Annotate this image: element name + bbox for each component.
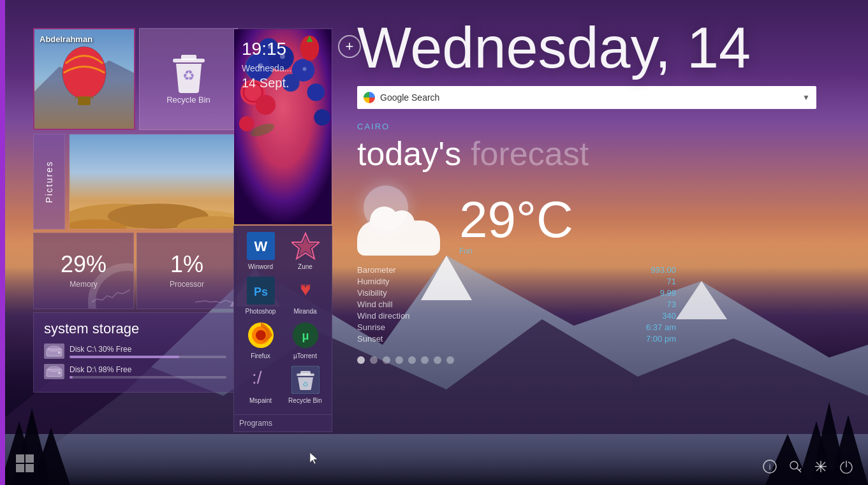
fruit-image-tile: 19:15 Wednesda... 14 Sept. [233,28,332,226]
programs-recycle-icon-wrap: ♻ [290,365,321,395]
svg-text:♻: ♻ [182,68,195,83]
disk-c-item: Disk C:\ 30% Free [44,344,226,359]
processor-chart [195,286,233,305]
miranda-icon: ♥ ♥♥ [291,277,320,305]
dot-6[interactable] [421,356,429,364]
disk-d-bar-fill [70,376,73,379]
pictures-tile[interactable]: Pictures [33,134,65,229]
winword-label: Winword [248,263,273,270]
programs-recycle-label: Recycle Bin [288,397,322,404]
utorrent-icon-wrap: μ [290,320,321,351]
disk-c-bar-fill [70,356,179,358]
program-mspaint[interactable]: :/ Mspaint [240,365,281,404]
weather-main-row: 29°C Fun [357,185,849,256]
weather-forecast: forecast [471,134,589,173]
firefox-icon [247,321,275,349]
datetime-overlay: 19:15 Wednesda... 14 Sept. [234,29,332,225]
svg-text::/: :/ [252,368,262,387]
disk-c-info: Disk C:\ 30% Free [70,345,226,358]
svg-point-68 [256,330,266,340]
key-icon[interactable] [786,458,804,475]
program-zune[interactable]: Zune [285,231,326,270]
weather-condition: Fun [459,247,573,256]
win-logo-cell-tr [26,454,34,463]
program-photoshop[interactable]: Ps Photoshop [240,275,281,315]
dot-3[interactable] [383,356,390,364]
program-firefox[interactable]: Firefux [240,320,281,359]
dot-7[interactable] [434,356,441,364]
pictures-label: Pictures [44,161,54,203]
programs-row-2: Ps Photoshop ♥ ♥♥ Mir [238,275,328,315]
disk-d-item: Disk D:\ 98% Free [44,364,226,379]
dot-4[interactable] [395,356,403,364]
windows-logo-grid [16,454,34,472]
windows-logo[interactable] [16,454,34,472]
programs-row-1: W Winword Zune [238,231,328,270]
svg-marker-86 [310,452,318,464]
program-miranda[interactable]: ♥ ♥♥ Miranda [285,275,326,315]
mspaint-icon-wrap: :/ [246,365,276,395]
win-logo-cell-bl [16,464,24,472]
search-dropdown-arrow[interactable]: ▼ [802,93,810,102]
program-utorrent[interactable]: μ µTorrent [285,320,326,359]
user-name: Abdelrahman [40,34,92,44]
winword-icon-wrap: W [246,231,276,261]
recycle-bin-tile[interactable]: ♻ Recycle Bin [139,28,238,130]
dots-navigation [357,356,849,364]
detail-barometer-value: 993.00 [529,265,676,275]
programs-footer: Programs [234,414,332,431]
win-logo-cell-tl [16,454,24,463]
photoshop-label: Photoshop [246,308,276,315]
programs-grid: W Winword Zune [234,226,332,414]
power-icon[interactable] [837,458,855,475]
detail-winddirection-label: Wind direction [357,311,504,321]
programs-row-3: Firefux μ µTorrent [238,320,328,359]
dot-8[interactable] [446,356,454,364]
detail-sunrise-value: 6:37 am [529,322,676,332]
detail-sunset-label: Sunset [357,334,504,344]
svg-text:W: W [254,238,267,254]
left-panel: Abdelrahman ♻ Recycle Bin Pictures [5,0,235,485]
programs-panel: 19:15 Wednesda... 14 Sept. W [233,28,332,432]
dot-1[interactable] [357,356,365,364]
mspaint-label: Mspaint [249,397,272,404]
weather-temp-group: 29°C Fun [459,194,573,256]
search-input[interactable]: Google Search [380,92,797,103]
main-content: Abdelrahman ♻ Recycle Bin Pictures [0,0,868,485]
cursor [310,452,318,464]
svg-rect-23 [181,55,196,60]
zune-icon [291,232,320,260]
processor-tile: 1% Processor [136,233,237,309]
info-icon[interactable]: i [761,458,779,475]
miranda-label: Miranda [293,308,316,315]
detail-barometer-label: Barometer [357,265,504,275]
svg-line-80 [799,468,801,470]
stats-row: 29% Memory 1% Processor [33,233,237,309]
svg-point-31 [92,267,133,308]
svg-text:Ps: Ps [253,286,267,298]
firefox-icon-wrap [246,320,276,351]
firefox-label: Firefux [251,352,270,359]
program-winword[interactable]: W Winword [240,231,281,270]
tile-day: Wednesda... [242,63,324,73]
dot-2[interactable] [370,356,378,364]
snowflake-icon[interactable] [812,458,830,475]
disk-d-info: Disk D:\ 98% Free [70,365,226,379]
zune-icon-wrap [290,231,321,261]
svg-point-34 [58,351,61,354]
program-recycle[interactable]: ♻ Recycle Bin [285,365,326,404]
user-tile[interactable]: Abdelrahman [33,28,135,130]
weather-todays: today's [357,134,461,173]
cloud-body [357,221,440,256]
detail-humidity-value: 71 [529,277,676,286]
detail-humidity-label: Humidity [357,277,504,286]
search-bar[interactable]: Google Search ▼ [357,86,816,109]
bottom-toolbar: i [761,458,855,475]
recycle-bin-icon: ♻ [170,54,208,95]
svg-point-36 [48,366,61,372]
miranda-icon-wrap: ♥ ♥♥ [290,275,321,306]
dot-5[interactable] [408,356,416,364]
weather-forecast-row: today's forecast [357,134,849,173]
win-logo-cell-br [26,464,34,472]
landscape-tile[interactable] [69,134,238,229]
